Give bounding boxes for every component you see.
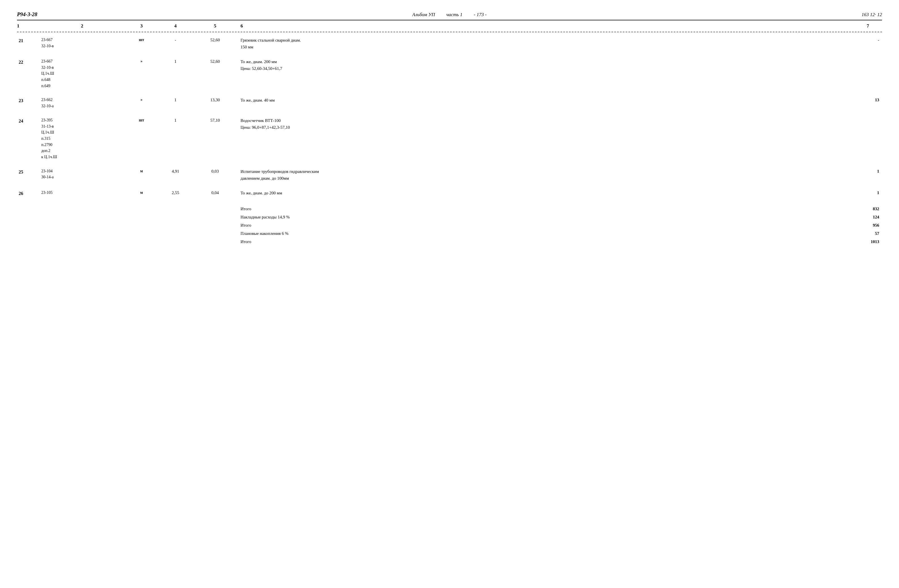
col1-header: 1 (17, 23, 40, 29)
row-price: 0,04 (192, 190, 238, 196)
row-qty: 4,91 (159, 168, 192, 174)
summary-label: Итого (241, 207, 251, 211)
col2-header: 2 (40, 23, 125, 29)
row-unit: » (125, 58, 159, 64)
header-right: 163 12· 12 (862, 12, 882, 17)
col5-header: 5 (192, 23, 238, 29)
header-center: Альбом УП часть 1 - 173 - (412, 12, 487, 17)
summary-value: 832 (862, 207, 879, 211)
col3-header: 3 (125, 23, 159, 29)
summary-label: Накладные расходы 14,9 % (241, 215, 290, 219)
row-desc: Грязевик стальной сварной диам. 150 мм (238, 37, 854, 50)
page-header: Р94-3-28 Альбом УП часть 1 - 173 - 163 1… (17, 11, 882, 17)
row-desc: То же, диам. 200 мм Цена: 52,60-34,50+61… (238, 58, 854, 72)
row-sum: - (854, 37, 882, 43)
row-qty: 1 (159, 97, 192, 103)
row-code: 23-662 32-10-а (40, 97, 125, 109)
row-num: 21 (17, 37, 40, 44)
summary-row: Накладные расходы 14,9 %124 (238, 213, 882, 221)
summary-value: 57 (862, 231, 879, 236)
row-unit: шт (125, 37, 159, 43)
table-row: 2323-662 32-10-а»113,30То же, диам. 40 м… (17, 97, 882, 109)
row-unit: м (125, 168, 159, 174)
row-unit: » (125, 97, 159, 103)
row-qty: 1 (159, 117, 192, 123)
row-desc: Испитание трубопроводов гидравлическим д… (238, 168, 854, 182)
row-num: 26 (17, 190, 40, 197)
table-row: 2123-667 32-10-вшт-52,60Грязевик стально… (17, 37, 882, 50)
summary-label: Итого (241, 239, 251, 244)
row-code: 23-105 (40, 190, 125, 196)
row-price: 13,30 (192, 97, 238, 103)
album-label: Альбом УП (412, 12, 435, 17)
row-price: 57,10 (192, 117, 238, 123)
row-price: 52,60 (192, 58, 238, 65)
row-qty: - (159, 37, 192, 43)
table-row: 2523-104 30-14-ам4,910,03Испитание трубо… (17, 168, 882, 182)
row-price: 52,60 (192, 37, 238, 43)
summary-label: Плановые накопления 6 % (241, 231, 288, 236)
summary-label: Итого (241, 223, 251, 228)
top-divider (17, 20, 882, 20)
summary-row: Итого832 (238, 205, 882, 213)
row-num: 25 (17, 168, 40, 176)
col4-header: 4 (159, 23, 192, 29)
summary-row: Итого1013 (238, 238, 882, 246)
row-code: 23-667 32-10-в Ц.1ч.Ш п.648 п.649 (40, 58, 125, 89)
summary-row: Итого956 (238, 221, 882, 230)
row-sum: 1 (854, 168, 882, 174)
table-row: 2623-105м2,550,04То же, диам. до 200 мм1 (17, 190, 882, 197)
header-divider (17, 32, 882, 32)
row-code: 23-667 32-10-в (40, 37, 125, 49)
row-price: 0,03 (192, 168, 238, 174)
page-label: - 173 - (474, 12, 487, 17)
part-label: часть 1 (446, 12, 462, 17)
col6-header: 6 (238, 23, 854, 29)
summary-value: 124 (862, 215, 879, 219)
row-sum: 1 (854, 190, 882, 196)
row-code: 23-104 30-14-а (40, 168, 125, 180)
doc-number: Р94-3-28 (17, 11, 37, 17)
row-sum: 13 (854, 97, 882, 103)
row-code: 23-395 31-13-в Ц.1ч.Ш п.315 п.2790 доп.2… (40, 117, 125, 160)
summary-row: Плановые накопления 6 %57 (238, 230, 882, 238)
summary-value: 956 (862, 223, 879, 228)
row-num: 23 (17, 97, 40, 104)
row-desc: Водосчетчик ВТТ-100 Цена: 96,0+87,1+42,3… (238, 117, 854, 131)
row-num: 24 (17, 117, 40, 125)
row-qty: 2,55 (159, 190, 192, 196)
row-qty: 1 (159, 58, 192, 65)
col7-header: 7 (854, 23, 882, 29)
table-row: 2223-667 32-10-в Ц.1ч.Ш п.648 п.649»152,… (17, 58, 882, 89)
summary-section: Итого832Накладные расходы 14,9 %124Итого… (17, 205, 882, 246)
table-body: 2123-667 32-10-вшт-52,60Грязевик стально… (17, 37, 882, 197)
table-row: 2423-395 31-13-в Ц.1ч.Ш п.315 п.2790 доп… (17, 117, 882, 160)
row-desc: То же, диам. 40 мм (238, 97, 854, 103)
row-num: 22 (17, 58, 40, 66)
row-unit: шт (125, 117, 159, 123)
summary-value: 1013 (862, 239, 879, 244)
row-unit: м (125, 190, 159, 196)
row-desc: То же, диам. до 200 мм (238, 190, 854, 196)
column-headers: 1 2 3 4 5 6 7 (17, 22, 882, 31)
